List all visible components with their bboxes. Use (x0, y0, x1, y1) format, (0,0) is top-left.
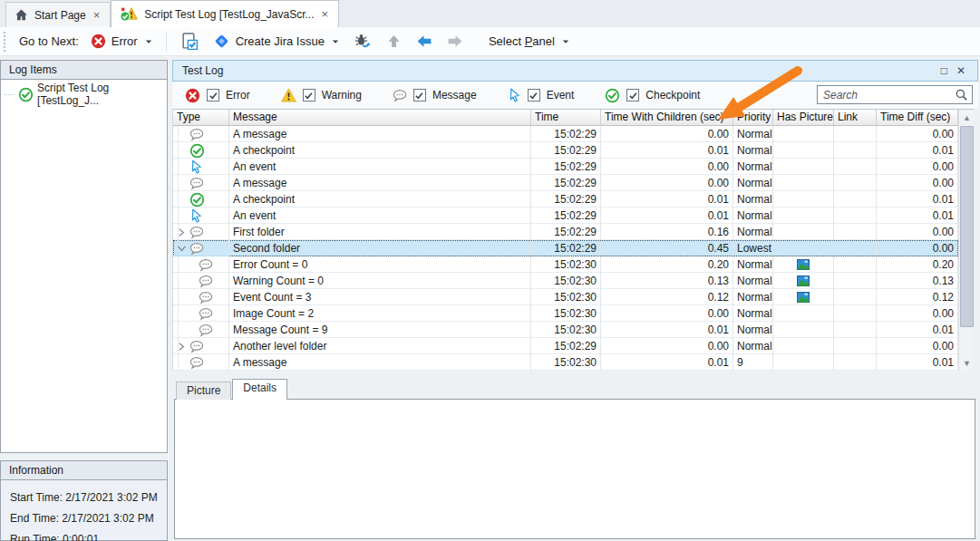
has-picture-cell (773, 142, 834, 159)
log-row[interactable]: Error Count = 015:02:300.20Normal0.20 (173, 256, 958, 273)
column-header-type[interactable]: Type (173, 110, 229, 126)
column-header-twc[interactable]: Time With Children (sec) (601, 110, 733, 126)
chevron-right-icon[interactable] (176, 227, 187, 237)
picture-icon (797, 292, 810, 303)
scrollbar-thumb[interactable] (960, 126, 974, 327)
log-items-panel: Log Items Script Test Log [TestLog_J... … (0, 60, 168, 541)
filter-checkbox-message[interactable] (413, 89, 426, 101)
test-log-title: Test Log (182, 64, 936, 77)
link-cell (834, 305, 877, 322)
log-row[interactable]: First folder15:02:290.16Normal0.00 (173, 224, 958, 240)
chevron-down-icon[interactable] (176, 244, 187, 253)
message-cell: Warning Count = 0 (229, 273, 531, 289)
tree-item-script-test-log[interactable]: Script Test Log [TestLog_J... (5, 85, 163, 103)
bug-arrow-icon (354, 34, 372, 50)
twc-cell: 0.01 (601, 191, 733, 208)
message-icon (189, 340, 204, 353)
message-icon (199, 275, 213, 288)
filter-checkbox-warning[interactable] (303, 89, 315, 101)
go-up-button[interactable] (382, 31, 406, 52)
select-panel-dropdown[interactable]: Select Panel (484, 32, 574, 51)
log-grid: TypeMessageTimeTime With Children (sec)P… (172, 109, 974, 371)
test-log-panel: Test Log □ ✕ ErrorWarningMessageEventChe… (172, 60, 980, 541)
twc-cell: 0.00 (601, 159, 733, 175)
close-panel-icon[interactable]: ✕ (952, 64, 970, 77)
tab-picture[interactable]: Picture (176, 382, 231, 400)
chevron-down-icon (145, 38, 152, 45)
twc-cell: 0.01 (601, 322, 733, 338)
log-row[interactable]: Event Count = 315:02:300.12Normal0.12 (173, 289, 958, 305)
tab-close-icon[interactable]: × (92, 11, 102, 20)
vertical-scrollbar[interactable]: ▲ ▼ (958, 110, 974, 371)
filter-label: Error (226, 89, 250, 101)
column-header-message[interactable]: Message (229, 110, 531, 126)
link-cell (834, 322, 877, 338)
log-row[interactable]: Message Count = 915:02:300.01Normal0.01 (173, 322, 958, 338)
timediff-cell: 0.00 (877, 305, 958, 322)
tab-start-page[interactable]: Start Page × (5, 2, 111, 27)
has-picture-cell (773, 338, 834, 354)
create-jira-issue-button[interactable]: Create Jira Issue (209, 30, 344, 53)
type-cell (173, 354, 229, 371)
timediff-cell: 0.01 (877, 208, 958, 224)
search-icon[interactable] (955, 88, 968, 101)
twc-cell: 0.16 (601, 224, 733, 240)
select-panel-label: Select Panel (489, 34, 555, 48)
type-cell (173, 208, 229, 224)
chevron-right-icon[interactable] (176, 342, 187, 352)
time-cell: 15:02:29 (531, 126, 601, 142)
forward-button[interactable] (442, 31, 468, 52)
filter-checkbox-error[interactable] (207, 89, 219, 101)
log-row[interactable]: A checkpoint15:02:290.01Normal0.01 (173, 191, 958, 208)
filter-label: Message (432, 89, 477, 101)
twc-cell: 0.01 (601, 208, 733, 224)
twc-cell: 0.12 (601, 289, 733, 305)
twc-cell: 0.01 (601, 354, 733, 371)
scroll-down-icon[interactable]: ▼ (959, 355, 974, 371)
document-check-icon (180, 33, 199, 50)
column-header-priority[interactable]: Priority (733, 110, 773, 126)
next-type-label: Error (112, 34, 138, 48)
log-row[interactable]: A message15:02:290.00Normal0.00 (173, 126, 958, 142)
filter-checkbox-checkpoint[interactable] (626, 89, 639, 101)
maximize-panel-icon[interactable]: □ (936, 64, 952, 77)
filter-checkbox-event[interactable] (528, 89, 540, 101)
search-input[interactable] (823, 89, 955, 101)
column-header-haspic[interactable]: Has Picture (773, 110, 834, 126)
priority-cell: Normal (733, 175, 773, 191)
priority-cell: Normal (733, 305, 773, 322)
main-toolbar: Go to Next: Error Create Jira Issue Sel (0, 27, 980, 56)
type-cell (173, 338, 229, 354)
error-icon (91, 34, 106, 49)
tab-script-test-log[interactable]: Script Test Log [TestLog_JavaScr... × (111, 0, 339, 27)
log-row[interactable]: Image Count = 215:02:300.00Normal0.00 (173, 305, 958, 322)
go-to-next-type-dropdown[interactable]: Error (86, 31, 157, 52)
column-header-link[interactable]: Link (834, 110, 877, 126)
log-row[interactable]: A checkpoint15:02:290.01Normal0.01 (173, 142, 958, 159)
column-header-timediff[interactable]: Time Diff (sec) (877, 110, 958, 126)
log-row[interactable]: Second folder15:02:290.45Lowest0.00 (173, 240, 958, 256)
time-cell: 15:02:30 (531, 322, 601, 338)
post-issue-button[interactable] (349, 31, 376, 53)
jira-report-button[interactable] (176, 30, 203, 53)
scroll-up-icon[interactable]: ▲ (959, 110, 974, 125)
tab-close-icon[interactable]: × (321, 10, 330, 19)
checkpoint-icon (189, 192, 205, 208)
tab-details[interactable]: Details (232, 379, 287, 400)
log-row[interactable]: Another level folder15:02:290.00Normal0.… (173, 338, 958, 354)
end-time-text: End Time: 2/17/2021 3:02 PM (10, 508, 158, 529)
log-items-header: Log Items (0, 60, 168, 80)
log-row[interactable]: A message15:02:290.00Normal0.00 (173, 175, 958, 191)
log-row[interactable]: An event15:02:290.01Normal0.01 (173, 208, 958, 224)
log-row[interactable]: An event15:02:290.00Normal0.00 (173, 159, 958, 175)
log-row[interactable]: A message15:02:300.0190.01 (173, 354, 958, 371)
toolbar-grip-handle[interactable] (4, 32, 7, 52)
back-button[interactable] (412, 31, 437, 52)
message-cell: A message (229, 354, 531, 371)
has-picture-cell (773, 224, 834, 240)
arrow-up-icon (386, 34, 402, 49)
log-row[interactable]: Warning Count = 015:02:300.13Normal0.13 (173, 273, 958, 289)
column-header-time[interactable]: Time (531, 110, 601, 126)
priority-cell: Normal (733, 273, 773, 289)
has-picture-cell (773, 322, 834, 338)
